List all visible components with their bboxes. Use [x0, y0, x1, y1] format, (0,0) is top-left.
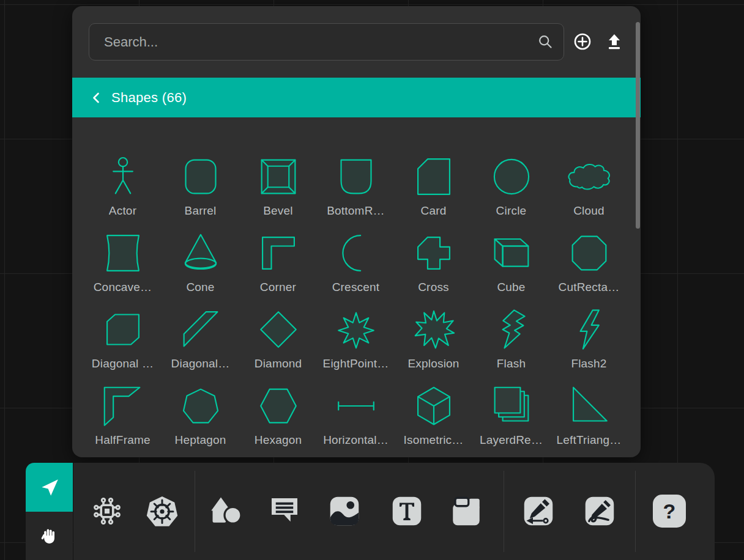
comment-icon	[268, 495, 301, 528]
toolbar-divider	[195, 471, 195, 552]
chevron-left-icon	[91, 92, 103, 104]
shape-label: HalfFrame	[95, 433, 150, 447]
shape-item-horizontal-line[interactable]: Horizontal…	[317, 382, 395, 457]
shape-item-flash[interactable]: Flash	[472, 306, 550, 382]
select-tool-button[interactable]	[26, 463, 73, 512]
shape-item-flash2[interactable]: Flash2	[550, 306, 628, 382]
circle-shape-icon	[489, 155, 534, 199]
shape-label: Isometric…	[403, 433, 463, 447]
shape-item-circle[interactable]: Circle	[472, 153, 550, 229]
cross-shape-icon	[412, 231, 456, 275]
shape-label: Card	[421, 204, 447, 218]
shape-label: BottomR…	[327, 204, 385, 218]
toolbar-divider	[504, 471, 504, 552]
eight-point-star-shape-icon	[334, 308, 378, 352]
shape-label: Actor	[109, 204, 136, 218]
shape-label: Hexagon	[255, 433, 302, 447]
upload-button[interactable]	[603, 31, 625, 53]
freehand-draw-icon	[583, 495, 616, 528]
search-icon	[537, 33, 554, 51]
shape-item-layered-rect[interactable]: LayerdRe…	[472, 382, 550, 457]
shape-label: EightPoint…	[323, 357, 389, 370]
shape-item-concave[interactable]: Concave…	[84, 229, 162, 306]
shape-item-cut-rectangle[interactable]: CutRecta…	[550, 229, 628, 306]
shape-item-eight-point-star[interactable]: EightPoint…	[317, 306, 395, 382]
barrel-shape-icon	[179, 155, 223, 199]
bottom-rounded-shape-icon	[334, 155, 378, 199]
shape-label: Cube	[497, 281, 525, 294]
shape-item-cube[interactable]: Cube	[472, 229, 550, 306]
shape-label: Corner	[260, 281, 296, 294]
shape-label: Flash	[497, 357, 526, 370]
left-triangle-shape-icon	[567, 384, 611, 428]
bevel-shape-icon	[256, 155, 300, 199]
shape-label: LeftTriang…	[556, 433, 621, 447]
shape-item-crescent[interactable]: Crescent	[317, 229, 395, 306]
shape-item-isometric-cube[interactable]: Isometric…	[395, 382, 472, 457]
shape-item-explosion[interactable]: Explosion	[395, 306, 472, 382]
shape-item-bottom-rounded[interactable]: BottomR…	[317, 153, 395, 229]
shapes-tool-button[interactable]	[209, 494, 244, 528]
comment-tool-button[interactable]	[267, 494, 302, 528]
pen-tool-button[interactable]	[521, 494, 556, 528]
circuit-icon	[91, 495, 124, 528]
hexagon-shape-icon	[256, 384, 300, 428]
help-button[interactable]: ?	[652, 494, 686, 528]
scrollbar-thumb[interactable]	[636, 22, 640, 229]
shape-item-cross[interactable]: Cross	[395, 229, 472, 306]
text-tool-button[interactable]	[390, 494, 424, 528]
cube-shape-icon	[489, 231, 534, 275]
add-shape-button[interactable]	[571, 31, 593, 53]
shape-label: Horizontal…	[323, 433, 389, 447]
horizontal-line-shape-icon	[332, 384, 381, 428]
note-tool-button[interactable]	[449, 494, 483, 528]
cut-rectangle-shape-icon	[567, 231, 611, 275]
pan-tool-button[interactable]	[26, 512, 73, 560]
shape-item-cone[interactable]: Cone	[162, 229, 239, 306]
shape-grid: Actor Barrel Bevel BottomR…	[84, 153, 628, 457]
shape-label: Flash2	[571, 357, 606, 370]
shape-item-left-triangle[interactable]: LeftTriang…	[550, 382, 628, 457]
shape-item-corner[interactable]: Corner	[239, 229, 317, 306]
toolbar-divider	[635, 471, 636, 552]
circuit-tool-button[interactable]	[90, 494, 124, 528]
upload-icon	[604, 32, 624, 51]
shape-item-half-frame[interactable]: HalfFrame	[84, 382, 162, 457]
shapes-cluster-icon	[210, 495, 243, 528]
crescent-shape-icon	[334, 231, 378, 275]
shape-label: Diamond	[255, 357, 302, 370]
select-tool-group	[26, 463, 73, 560]
category-title: Shapes (66)	[111, 90, 187, 106]
shapes-panel: Shapes (66) Actor Barrel Bevel	[72, 6, 641, 457]
card-shape-icon	[412, 155, 456, 199]
isometric-cube-shape-icon	[412, 384, 456, 428]
shape-item-cloud[interactable]: Cloud	[550, 153, 628, 229]
kubernetes-tool-button[interactable]	[145, 494, 179, 528]
shape-item-barrel[interactable]: Barrel	[162, 153, 239, 229]
help-icon: ?	[653, 495, 686, 528]
image-icon	[328, 495, 361, 528]
shape-label: Bevel	[263, 204, 293, 218]
category-header[interactable]: Shapes (66)	[72, 78, 641, 117]
bottom-toolbar: ?	[73, 463, 715, 560]
shape-item-bevel[interactable]: Bevel	[239, 153, 317, 229]
shape-item-card[interactable]: Card	[395, 153, 472, 229]
shape-label: Barrel	[185, 204, 217, 218]
actor-shape-icon	[101, 155, 145, 199]
image-tool-button[interactable]	[327, 494, 362, 528]
shape-item-heptagon[interactable]: Heptagon	[162, 382, 239, 457]
diagram-canvas[interactable]: { "colors":{ "canvas_bg":"#141414","grid…	[0, 0, 744, 560]
shape-label: Concave…	[94, 281, 152, 294]
shape-item-diagonal-rect[interactable]: Diagonal …	[84, 306, 162, 382]
shape-item-actor[interactable]: Actor	[84, 153, 162, 229]
search-input[interactable]	[89, 23, 564, 61]
shape-item-hexagon[interactable]: Hexagon	[239, 382, 317, 457]
shape-item-diagonal-stripe[interactable]: Diagonal…	[162, 306, 239, 382]
note-icon	[450, 495, 483, 528]
freehand-draw-button[interactable]	[582, 494, 617, 528]
cloud-shape-icon	[564, 160, 614, 194]
pen-tool-icon	[522, 495, 555, 528]
shape-label: Explosion	[407, 357, 459, 370]
shape-label: Heptagon	[174, 433, 226, 447]
shape-item-diamond[interactable]: Diamond	[239, 306, 317, 382]
